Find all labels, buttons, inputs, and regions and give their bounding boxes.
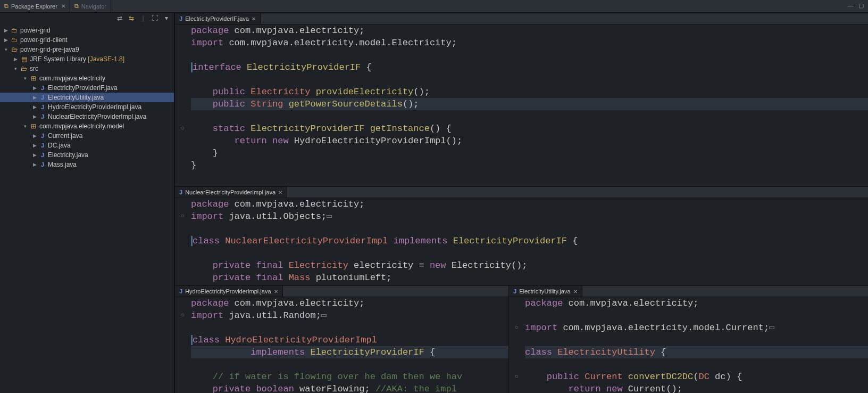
editor-tab[interactable]: J ElectricityProviderIF.java ✕ bbox=[175, 13, 261, 24]
editor-area: J ElectricityProviderIF.java ✕ ○ package bbox=[174, 13, 868, 393]
package-icon: ⊞ bbox=[30, 122, 37, 130]
tree-label: com.mvpjava.electricity.model bbox=[39, 122, 124, 130]
tree-java-file[interactable]: ▶ J DC.java bbox=[0, 141, 174, 150]
package-icon: ⊞ bbox=[30, 75, 37, 82]
tree-label: power-grid bbox=[20, 27, 51, 34]
tab-label: Package Explorer bbox=[11, 3, 57, 10]
java-file-icon: J bbox=[179, 15, 182, 22]
tree-label: Mass.java bbox=[48, 161, 77, 168]
tree-label: power-grid-client bbox=[20, 36, 68, 44]
tree-label: JRE System Library [JavaSE-1.8] bbox=[30, 55, 124, 63]
tree-project[interactable]: ▾ 🗁 power-grid-pre-java9 bbox=[0, 45, 174, 54]
tree-package[interactable]: ▾ ⊞ com.mvpjava.electricity bbox=[0, 73, 174, 83]
close-icon[interactable]: ✕ bbox=[278, 190, 282, 195]
link-editor-icon[interactable]: ⇆ bbox=[127, 14, 136, 23]
editor-tab-label: ElectricityUtility.java bbox=[519, 288, 570, 294]
code-editor[interactable]: ○ package com.mvpjava.electricity; impor… bbox=[175, 24, 868, 186]
editor-tab[interactable]: J NuclearElectricityProviderImpl.java ✕ bbox=[175, 187, 287, 198]
tree-java-file[interactable]: ▶ J ElectricityProviderIF.java bbox=[0, 83, 174, 93]
close-icon[interactable]: ✕ bbox=[274, 289, 278, 294]
expand-arrow-icon[interactable]: ▶ bbox=[32, 85, 37, 91]
tree-java-file[interactable]: ▶ J ElectricityUtility.java bbox=[0, 93, 174, 102]
java-file-icon: J bbox=[513, 288, 516, 294]
package-explorer-sidebar: ⇄ ⇆ | ⛶ ▾ ▶ 🗀 power-grid ▶ 🗀 power-grid-… bbox=[0, 13, 174, 393]
win-minimize-icon[interactable]: ― bbox=[846, 1, 855, 10]
project-icon: 🗁 bbox=[11, 46, 18, 53]
java-file-icon: J bbox=[39, 142, 46, 149]
project-icon: 🗀 bbox=[11, 27, 18, 34]
collapse-arrow-icon[interactable]: ▾ bbox=[22, 124, 28, 129]
close-icon[interactable]: ✕ bbox=[61, 3, 65, 9]
code-editor[interactable]: ○ package com.mvpjava.electricity; impor… bbox=[175, 297, 508, 393]
expand-arrow-icon[interactable]: ▶ bbox=[32, 143, 37, 148]
editor-pane-4: J ElectricityUtility.java ✕ ○ ○ package … bbox=[508, 285, 868, 393]
java-file-icon: J bbox=[39, 85, 46, 91]
win-restore-icon[interactable]: ▢ bbox=[856, 1, 866, 10]
tree-java-file[interactable]: ▶ J Mass.java bbox=[0, 160, 174, 169]
tree-label: NuclearElectricityProviderImpl.java bbox=[48, 113, 146, 120]
editor-tab-label: ElectricityProviderIF.java bbox=[185, 15, 249, 22]
java-file-icon: J bbox=[39, 113, 46, 120]
tree-jre-library[interactable]: ▶ ▤ JRE System Library [JavaSE-1.8] bbox=[0, 54, 174, 64]
tree-label: HydroElectricityProviderImpl.java bbox=[48, 103, 141, 111]
tab-package-explorer[interactable]: ⧉ Package Explorer ✕ bbox=[0, 0, 70, 12]
focus-icon[interactable]: ⛶ bbox=[151, 14, 159, 23]
java-file-icon: J bbox=[39, 133, 46, 139]
collapse-arrow-icon[interactable]: ▾ bbox=[3, 47, 9, 52]
editor-pane-1: J ElectricityProviderIF.java ✕ ○ package bbox=[174, 13, 868, 186]
collapse-arrow-icon[interactable]: ▾ bbox=[13, 66, 18, 71]
tab-label: Navigator bbox=[81, 3, 106, 10]
expand-arrow-icon[interactable]: ▶ bbox=[32, 162, 37, 167]
tab-navigator[interactable]: ⧉ Navigator bbox=[70, 0, 111, 12]
collapse-arrow-icon[interactable]: ▾ bbox=[22, 76, 28, 81]
package-explorer-icon: ⧉ bbox=[4, 3, 9, 10]
tree-java-file[interactable]: ▶ J NuclearElectricityProviderImpl.java bbox=[0, 112, 174, 121]
tree-label: power-grid-pre-java9 bbox=[20, 46, 79, 53]
code-editor[interactable]: ○ package com.mvpjava.electricity; impor… bbox=[175, 198, 868, 285]
tree-java-file[interactable]: ▶ J HydroElectricityProviderImpl.java bbox=[0, 102, 174, 112]
project-tree[interactable]: ▶ 🗀 power-grid ▶ 🗀 power-grid-client ▾ 🗁… bbox=[0, 24, 174, 393]
sidebar-toolbar: ⇄ ⇆ | ⛶ ▾ bbox=[0, 13, 174, 24]
java-file-icon: J bbox=[39, 94, 46, 101]
expand-arrow-icon[interactable]: ▶ bbox=[13, 56, 18, 62]
expand-arrow-icon[interactable]: ▶ bbox=[3, 37, 9, 43]
java-file-icon: J bbox=[39, 152, 46, 158]
src-folder-icon: 🗁 bbox=[20, 65, 28, 72]
project-icon: 🗀 bbox=[11, 36, 18, 44]
library-icon: ▤ bbox=[20, 55, 28, 63]
tree-java-file[interactable]: ▶ J Electricity.java bbox=[0, 150, 174, 160]
close-icon[interactable]: ✕ bbox=[252, 16, 256, 22]
java-file-icon: J bbox=[39, 161, 46, 168]
view-tabs-bar: ⧉ Package Explorer ✕ ⧉ Navigator ▭ ▢ ― ▢ bbox=[0, 0, 868, 13]
tree-label: ElectricityUtility.java bbox=[48, 94, 104, 101]
expand-arrow-icon[interactable]: ▶ bbox=[32, 152, 37, 158]
menu-chevron-icon[interactable]: ▾ bbox=[162, 14, 171, 23]
tree-java-file[interactable]: ▶ J Current.java bbox=[0, 131, 174, 141]
divider: | bbox=[139, 14, 147, 23]
expand-arrow-icon[interactable]: ▶ bbox=[32, 133, 37, 138]
tree-project[interactable]: ▶ 🗀 power-grid-client bbox=[0, 35, 174, 45]
tree-package[interactable]: ▾ ⊞ com.mvpjava.electricity.model bbox=[0, 121, 174, 131]
tree-src-folder[interactable]: ▾ 🗁 src bbox=[0, 64, 174, 73]
expand-arrow-icon[interactable]: ▶ bbox=[32, 104, 37, 110]
tree-label: DC.java bbox=[48, 142, 71, 149]
editor-tab-label: NuclearElectricityProviderImpl.java bbox=[185, 189, 276, 195]
expand-arrow-icon[interactable]: ▶ bbox=[3, 28, 9, 33]
editor-pane-3: J HydroElectricityProviderImpl.java ✕ ○ … bbox=[174, 285, 508, 393]
code-editor[interactable]: ○ ○ package com.mvpjava.electricity; imp… bbox=[509, 297, 868, 393]
editor-tab[interactable]: J HydroElectricityProviderImpl.java ✕ bbox=[175, 286, 283, 297]
tree-label: com.mvpjava.electricity bbox=[39, 75, 105, 82]
expand-arrow-icon[interactable]: ▶ bbox=[32, 95, 37, 100]
java-file-icon: J bbox=[179, 189, 182, 195]
navigator-icon: ⧉ bbox=[74, 3, 79, 10]
close-icon[interactable]: ✕ bbox=[573, 289, 578, 294]
collapse-all-icon[interactable]: ⇄ bbox=[115, 14, 124, 23]
tree-label: Electricity.java bbox=[48, 151, 88, 159]
editor-pane-2: J NuclearElectricityProviderImpl.java ✕ … bbox=[174, 186, 868, 285]
editor-tab[interactable]: J ElectricityUtility.java ✕ bbox=[509, 286, 582, 297]
tree-project[interactable]: ▶ 🗀 power-grid bbox=[0, 26, 174, 35]
expand-arrow-icon[interactable]: ▶ bbox=[32, 114, 37, 119]
java-file-icon: J bbox=[179, 288, 182, 294]
tree-label: ElectricityProviderIF.java bbox=[48, 84, 118, 92]
editor-tab-label: HydroElectricityProviderImpl.java bbox=[185, 288, 271, 294]
